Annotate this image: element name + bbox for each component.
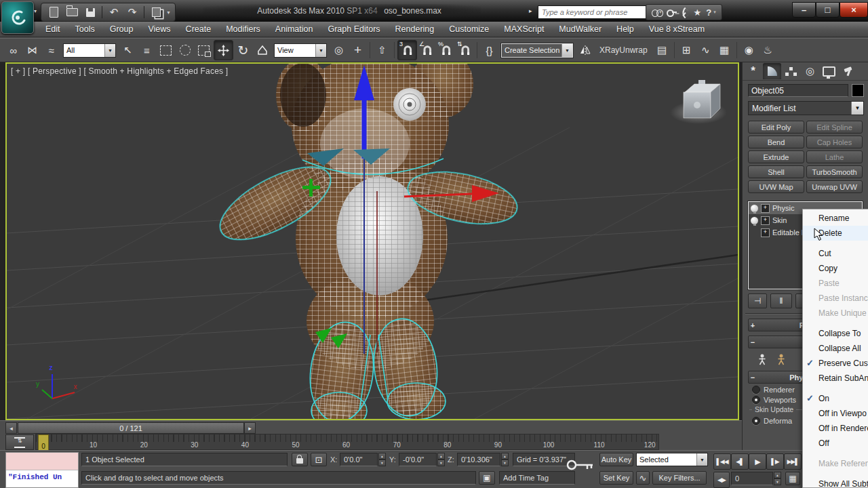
- close-button[interactable]: ×: [840, 2, 868, 18]
- search-input[interactable]: [538, 5, 649, 19]
- layer-manager-icon[interactable]: ▤: [653, 41, 671, 60]
- schematic-view-icon[interactable]: ▦: [715, 41, 734, 60]
- viewport-canvas[interactable]: z x y: [7, 64, 738, 419]
- previous-frame-button[interactable]: ◀▌: [731, 453, 749, 470]
- z-coordinate-field[interactable]: 0'10.306": [457, 453, 500, 466]
- select-and-link-icon[interactable]: ∞: [4, 41, 22, 60]
- physique-figure-icon[interactable]: [757, 354, 767, 365]
- auto-key-button[interactable]: Auto Key: [599, 453, 633, 466]
- percent-snap-toggle-icon[interactable]: %: [437, 41, 455, 60]
- previous-frame-arrow[interactable]: ◂: [5, 422, 17, 434]
- tab-display[interactable]: [820, 63, 838, 79]
- context-menu-item-off-in-viewpo[interactable]: Off in Viewpo: [803, 406, 868, 421]
- application-menu-button[interactable]: [1, 1, 34, 34]
- menu-mudwalker[interactable]: MudWalker: [551, 24, 609, 34]
- unwrap-uvw-modifier-button[interactable]: Unwrap UVW: [806, 180, 863, 193]
- zoom-region-icon[interactable]: ▦: [785, 472, 800, 485]
- radio-on-icon[interactable]: [752, 396, 760, 404]
- rollout-collapse-icon[interactable]: −: [749, 373, 757, 382]
- menu-help[interactable]: Help: [609, 24, 642, 34]
- open-file-button[interactable]: [64, 5, 80, 20]
- expand-icon[interactable]: +: [761, 204, 770, 213]
- time-slider-handle[interactable]: 0 / 121: [18, 422, 244, 434]
- tab-create[interactable]: *: [744, 63, 762, 79]
- context-menu-item-retain-subani[interactable]: Retain SubAni: [803, 371, 868, 386]
- play-button[interactable]: ▶: [749, 453, 766, 470]
- key-mode-toggle[interactable]: ◀▶: [713, 472, 730, 488]
- select-object-icon[interactable]: ↖: [119, 41, 137, 60]
- subscription-center-button[interactable]: [667, 5, 676, 19]
- menu-rendering[interactable]: Rendering: [388, 24, 442, 34]
- menu-vue-8-xstream[interactable]: Vue 8 xStream: [642, 24, 712, 34]
- dropdown-arrow-icon[interactable]: ▼: [696, 453, 707, 466]
- modifier-list-dropdown[interactable]: Modifier List ▼: [748, 101, 864, 115]
- save-file-button[interactable]: [82, 5, 98, 20]
- undo-button[interactable]: ↶: [106, 5, 122, 20]
- rectangular-selection-region-icon[interactable]: [157, 41, 175, 60]
- key-filters-button[interactable]: Key Filters...: [652, 471, 707, 485]
- select-and-manipulate-icon[interactable]: +: [349, 41, 367, 60]
- menu-tools[interactable]: Tools: [68, 24, 102, 34]
- y-spinner[interactable]: ▴▾: [437, 453, 445, 466]
- edit-spline-modifier-button[interactable]: Edit Spline: [806, 121, 863, 134]
- context-menu-item-off[interactable]: Off: [803, 436, 868, 451]
- modifier-list-arrow-icon[interactable]: ▼: [851, 102, 863, 115]
- context-menu-item-collapse-all[interactable]: Collapse All: [803, 341, 868, 356]
- container-explorer-icon[interactable]: ⊞: [677, 41, 696, 60]
- selection-filter-dropdown[interactable]: All▼: [63, 43, 116, 58]
- selection-set-keys-dropdown[interactable]: Selected ▼: [636, 453, 708, 466]
- bind-to-space-warp-icon[interactable]: ≈: [42, 41, 60, 60]
- select-by-name-icon[interactable]: ≡: [138, 41, 156, 60]
- listener-macro-pane[interactable]: [6, 453, 78, 470]
- cap-holes-modifier-button[interactable]: Cap Holes: [806, 136, 863, 148]
- help-button[interactable]: ?: [706, 5, 711, 19]
- shell-modifier-button[interactable]: Shell: [748, 165, 804, 178]
- tab-utilities[interactable]: [839, 63, 857, 79]
- z-spinner[interactable]: ▴▾: [501, 453, 509, 466]
- extrude-modifier-button[interactable]: Extrude: [748, 150, 804, 163]
- snap-toggle-3d-icon[interactable]: 3: [397, 40, 417, 60]
- context-menu-item-off-in-rendere[interactable]: Off in Rendere: [803, 421, 868, 436]
- next-frame-button[interactable]: ▌▶: [766, 453, 784, 470]
- menu-modifiers[interactable]: Modifiers: [218, 24, 268, 34]
- curve-editor-icon[interactable]: ∿: [696, 41, 715, 60]
- current-frame-field[interactable]: 0: [731, 472, 773, 485]
- infocenter-caret-icon[interactable]: ▸: [529, 7, 532, 14]
- next-frame-arrow[interactable]: ▸: [244, 422, 256, 434]
- absolute-mode-toggle[interactable]: ⊡: [311, 453, 327, 466]
- use-pivot-point-center-icon[interactable]: ◎: [330, 41, 348, 60]
- menu-customize[interactable]: Customize: [441, 24, 496, 34]
- help-caret-icon[interactable]: ▾: [713, 9, 716, 15]
- menu-maxscript[interactable]: MAXScript: [496, 24, 551, 34]
- rollout-expand-icon[interactable]: +: [749, 321, 757, 329]
- reference-coordinate-dropdown[interactable]: View▼: [274, 43, 327, 58]
- tab-modify[interactable]: [763, 63, 781, 79]
- menu-edit[interactable]: Edit: [38, 24, 68, 34]
- set-key-big-key-button[interactable]: [566, 456, 595, 474]
- open-mini-curve-editor-button[interactable]: ⇅: [5, 434, 34, 450]
- select-and-move-icon[interactable]: [214, 40, 233, 60]
- tab-hierarchy[interactable]: [782, 63, 800, 79]
- select-and-rotate-icon[interactable]: ↻: [234, 41, 252, 60]
- object-name-field[interactable]: [748, 84, 848, 97]
- menu-group[interactable]: Group: [102, 24, 141, 34]
- goto-end-button[interactable]: ▶▶▌: [784, 453, 802, 470]
- goto-start-button[interactable]: ▌◀◀: [713, 453, 731, 470]
- view-cube[interactable]: [670, 80, 727, 124]
- minimize-button[interactable]: –: [792, 2, 816, 18]
- toolbar-options-caret-icon[interactable]: ▼: [166, 10, 171, 15]
- menu-animation[interactable]: Animation: [268, 24, 321, 34]
- modifier-enable-bulb-icon[interactable]: [751, 205, 758, 212]
- material-editor-icon[interactable]: ◉: [740, 41, 758, 60]
- render-setup-icon[interactable]: ♨: [759, 41, 777, 60]
- radio-on-icon[interactable]: [752, 417, 760, 425]
- spinner-snap-toggle-icon[interactable]: ⇅: [456, 41, 474, 60]
- context-menu-item-delete[interactable]: Delete: [803, 226, 868, 241]
- selection-lock-toggle[interactable]: [292, 453, 308, 466]
- add-time-tag-field[interactable]: Add Time Tag: [499, 471, 575, 485]
- project-folder-button[interactable]: [148, 5, 164, 20]
- context-menu-item-on[interactable]: On✓: [803, 391, 868, 406]
- listener-output-pane[interactable]: "Finished Un: [6, 470, 78, 487]
- viewport-label[interactable]: [ + ] [ Perspective ] [ Smooth + Highlig…: [11, 66, 228, 76]
- context-menu-item-rename[interactable]: Rename: [803, 211, 868, 226]
